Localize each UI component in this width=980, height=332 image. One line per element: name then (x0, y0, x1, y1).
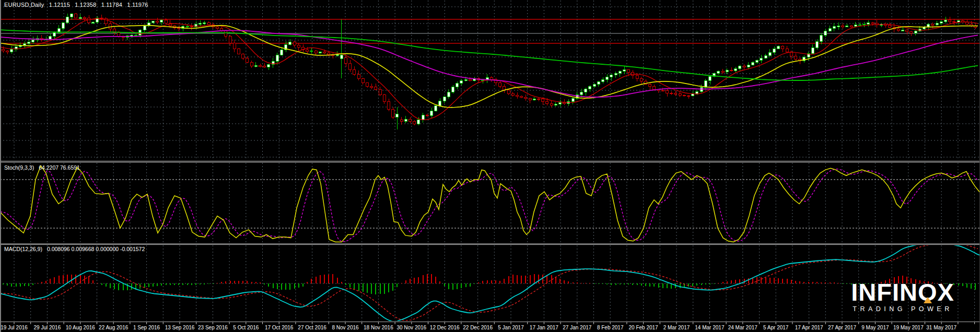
broker-tagline: TRADING POWER (845, 305, 960, 313)
high-value: 1.12358 (75, 2, 96, 8)
ohlc-readout: EURUSD,Daily 1.12115 1.12358 1.11784 1.1… (4, 2, 151, 8)
open-value: 1.12115 (49, 2, 70, 8)
broker-logo: INFINOX TRADING POWER (845, 280, 960, 313)
stoch-indicator-label: Stoch(9,3,3) 64.2207 76.6591 (4, 164, 83, 171)
logo-gold-triangle-icon (924, 297, 932, 303)
stoch-values: 64.2207 76.6591 (39, 164, 80, 171)
stoch-name: Stoch(9,3,3) (4, 164, 34, 171)
price-chart-canvas[interactable] (0, 0, 980, 332)
macd-indicator-label: MACD(12,26,9) 0.008096 0.009668 0.000000… (4, 246, 148, 252)
trading-chart-window: EURUSD,Daily 1.12115 1.12358 1.11784 1.1… (0, 0, 980, 332)
macd-name: MACD(12,26,9) (4, 246, 42, 252)
time-axis[interactable]: 19 Jul 201629 Jul 201610 Aug 201622 Aug … (0, 324, 980, 332)
symbol-period-label: EURUSD,Daily (4, 2, 44, 8)
macd-values: 0.008096 0.009668 0.000000 -0.001572 (47, 246, 145, 252)
low-value: 1.11784 (101, 2, 122, 8)
broker-logo-wordmark: INFINOX (845, 280, 960, 305)
date-label: 31 May 2017 (918, 324, 965, 331)
close-value: 1.11976 (127, 2, 148, 8)
